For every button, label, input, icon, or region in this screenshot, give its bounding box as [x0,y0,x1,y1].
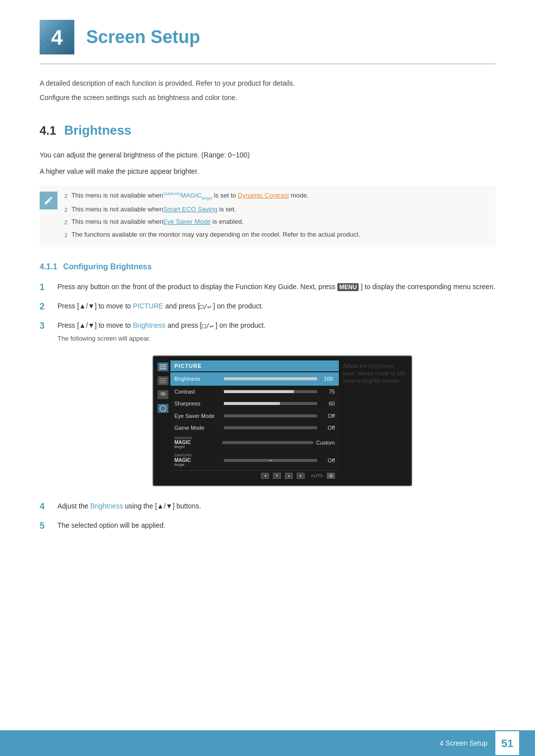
chapter-title: Screen Setup [86,24,200,50]
svg-rect-0 [160,364,166,365]
menu-key: MENU [337,283,359,291]
info-icon: i [160,405,166,412]
step-4: 4 Adjust the Brightness using the [▲/▼] … [40,500,495,513]
monitor-screen: PICTURE Brightness 100 Contrast [170,360,339,481]
menu-row-game-mode: Game Mode Off [170,422,339,434]
sidebar-icon-4: i [158,404,168,413]
section-number: 4.1 [40,122,56,140]
subsection-number: 4.1.1 [40,262,57,271]
chapter-desc1: A detailed description of each function … [40,78,495,89]
subsection-header: 4.1.1 Configuring Brightness [40,261,495,273]
menu-items-list: Brightness 100 Contrast 75 [170,371,339,470]
step-5: 5 The selected option will be applied. [40,519,495,533]
svg-rect-2 [160,368,166,369]
monitor-screenshot: i PICTURE Brightness 100 [69,355,495,486]
chapter-header: 4 Screen Setup [40,20,495,64]
note-items: 2 This menu is not available whenSAMSUNG… [64,191,495,242]
step-1: 1 Press any button on the front of the p… [40,281,495,294]
page-footer: 4 Screen Setup 51 [0,730,535,756]
monitor-sidebar: i [158,360,168,413]
menu-row-magic-angle: SAMSUNGMAGICAngle Off [170,452,339,469]
menu-row-brightness: Brightness 100 [170,372,339,386]
chapter-number-box: 4 [40,20,74,54]
svg-marker-8 [268,460,272,462]
sidebar-icon-3 [158,390,168,399]
note-item-1: 2 This menu is not available whenSAMSUNG… [64,191,495,202]
steps-list: 1 Press any button on the front of the p… [40,281,495,344]
menu-row-magic-bright: SAMSUNGMAGICBright Custom [170,434,339,452]
section-title: Brightness [64,121,131,140]
btn-down: ▼ [273,473,281,479]
note-item-3: 2 This menu is not available whenEye Sav… [64,217,495,227]
note-item-2: 2 This menu is not available whenSmart E… [64,204,495,214]
monitor-bottom-bar: ◄ ▼ ▲ ► AUTO ⏻ [170,470,339,482]
sidebar-icon-2 [158,376,168,385]
btn-power: ⏻ [327,473,335,479]
steps-list-4-5: 4 Adjust the Brightness using the [▲/▼] … [40,500,495,533]
pencil-icon [44,196,54,205]
menu-icon [160,364,166,369]
down-arrow-icon [268,459,272,463]
menu-title: PICTURE [170,360,339,372]
menu-row-contrast: Contrast 75 [170,386,339,398]
list-icon [160,378,166,383]
section-body1: You can adjust the general brightness of… [40,150,495,160]
chapter-number: 4 [51,22,62,53]
auto-label: AUTO [311,473,323,480]
footer-page-number: 51 [495,731,519,755]
step-2: 2 Press [▲/▼] to move to PICTURE and pre… [40,300,495,313]
monitor-callout: Adjust the brightness level. Values clos… [343,360,407,385]
note-box: 2 This menu is not available whenSAMSUNG… [40,186,495,247]
monitor-outer: i PICTURE Brightness 100 [153,355,412,486]
footer-text: 4 Screen Setup [439,738,487,749]
btn-right: ► [297,473,305,479]
btn-up: ▲ [285,473,293,479]
settings-icon [160,391,166,398]
note-item-4: 2 The functions available on the monitor… [64,230,495,240]
step-3: 3 Press [▲/▼] to move to Brightness and … [40,319,495,344]
chapter-desc2: Configure the screen settings such as br… [40,93,495,103]
note-icon [40,192,57,209]
step-3-sub: The following screen will appear. [57,334,495,344]
svg-rect-5 [160,382,166,383]
svg-rect-3 [160,378,166,379]
btn-left: ◄ [261,473,269,479]
section-body2: A higher value will make the picture app… [40,166,495,177]
svg-text:i: i [162,406,163,411]
section-header: 4.1 Brightness [40,121,495,140]
sidebar-icon-1 [158,362,168,371]
svg-rect-1 [160,366,166,367]
menu-row-eye-saver: Eye Saver Mode Off [170,410,339,422]
svg-rect-4 [160,380,166,381]
subsection-title: Configuring Brightness [63,262,152,271]
menu-row-sharpness: Sharpness 60 [170,398,339,410]
